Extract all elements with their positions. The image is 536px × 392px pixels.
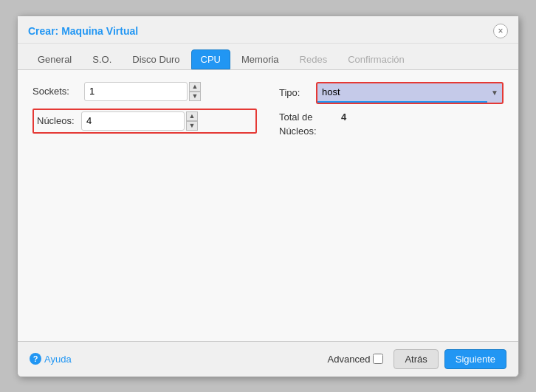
sockets-input[interactable] <box>84 82 188 101</box>
form-section: Sockets: ▲ ▼ Núcleos: <box>32 82 504 141</box>
tipo-label: Tipo: <box>279 87 316 98</box>
tab-memoria[interactable]: Memoria <box>232 49 289 69</box>
total-nucleos-label-row: Núcleos: <box>279 125 504 137</box>
form-left: Sockets: ▲ ▼ Núcleos: <box>32 82 257 141</box>
help-button[interactable]: ? Ayuda <box>30 353 72 365</box>
tipo-input[interactable] <box>317 83 487 103</box>
footer-left: ? Ayuda <box>30 353 72 365</box>
dialog-title: Crear: Maquina Virtual <box>28 25 138 37</box>
dialog-footer: ? Ayuda Advanced Atrás Siguiente <box>18 341 518 376</box>
sockets-row: Sockets: ▲ ▼ <box>32 82 257 101</box>
advanced-checkbox[interactable] <box>373 354 383 364</box>
close-button[interactable]: × <box>493 24 508 38</box>
next-button[interactable]: Siguiente <box>444 349 506 369</box>
nucleos-row: Núcleos: ▲ ▼ <box>32 109 257 134</box>
sockets-label: Sockets: <box>32 86 84 97</box>
sockets-spinner: ▲ ▼ <box>189 82 201 101</box>
form-right: Tipo: ▼ Total de 4 Núcleos: <box>279 82 504 141</box>
sockets-up-btn[interactable]: ▲ <box>189 82 201 92</box>
tipo-dropdown-btn[interactable]: ▼ <box>487 83 502 103</box>
tab-bar: General S.O. Disco Duro CPU Memoria Rede… <box>18 44 518 70</box>
sockets-down-btn[interactable]: ▼ <box>189 92 201 101</box>
nucleos-input-wrap: ▲ ▼ <box>81 111 252 131</box>
total-value: 4 <box>341 111 346 123</box>
total-de-label: Total de <box>279 111 338 123</box>
nucleos-input[interactable] <box>81 111 185 131</box>
total-nucleos-label: Núcleos: <box>279 125 317 137</box>
nucleos-spinner: ▲ ▼ <box>186 111 198 131</box>
create-vm-dialog: Crear: Maquina Virtual × General S.O. Di… <box>17 16 519 377</box>
advanced-label: Advanced <box>328 354 371 365</box>
nucleos-up-btn[interactable]: ▲ <box>186 111 198 121</box>
nucleos-label: Núcleos: <box>37 115 81 126</box>
tab-disco-duro[interactable]: Disco Duro <box>123 49 189 69</box>
nucleos-down-btn[interactable]: ▼ <box>186 121 198 131</box>
tab-so[interactable]: S.O. <box>83 49 121 69</box>
tab-cpu[interactable]: CPU <box>191 49 230 69</box>
footer-right: Advanced Atrás Siguiente <box>328 349 506 369</box>
dialog-body: Sockets: ▲ ▼ Núcleos: <box>18 70 518 341</box>
advanced-wrap: Advanced <box>328 354 384 365</box>
tipo-input-wrap: ▼ <box>316 82 504 104</box>
back-button[interactable]: Atrás <box>394 349 438 369</box>
tab-general[interactable]: General <box>28 49 81 69</box>
tipo-row: Tipo: ▼ <box>279 82 504 104</box>
total-nucleos-row: Total de 4 <box>279 111 504 123</box>
dialog-header: Crear: Maquina Virtual × <box>18 16 518 44</box>
help-icon: ? <box>30 353 41 365</box>
tab-confirmacion: Confirmación <box>338 49 414 69</box>
tab-redes: Redes <box>290 49 337 69</box>
help-label: Ayuda <box>44 354 72 365</box>
sockets-input-wrap: ▲ ▼ <box>84 82 257 101</box>
